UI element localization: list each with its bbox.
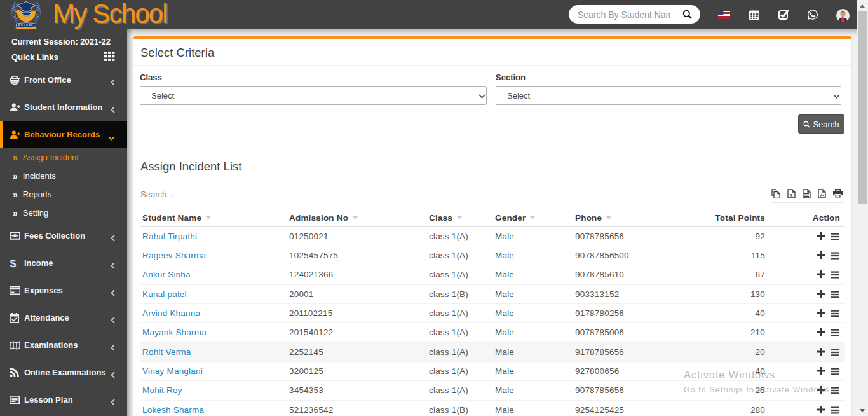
svg-text:x: x: [790, 192, 793, 198]
svg-text:SCHOOL: SCHOOL: [18, 24, 34, 27]
svg-text:$: $: [10, 258, 17, 268]
